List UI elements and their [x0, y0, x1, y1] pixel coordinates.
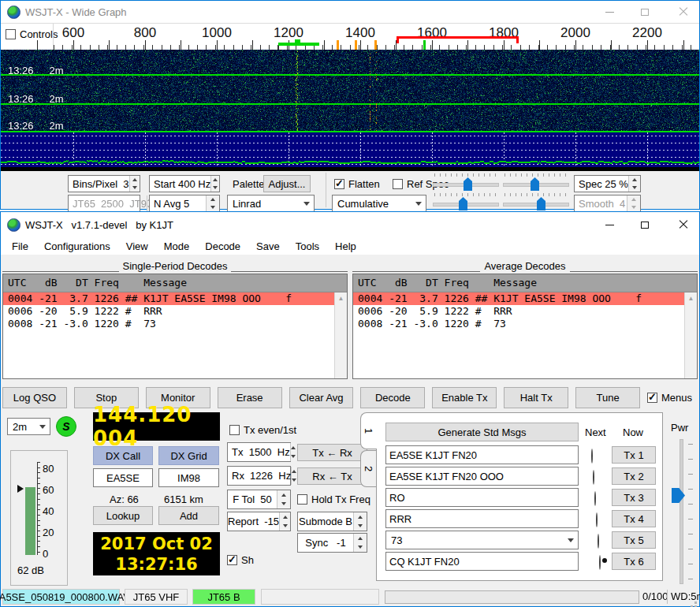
close-button[interactable]: [671, 212, 696, 237]
sh-toggle[interactable]: Sh: [227, 554, 254, 566]
dx-grid-input[interactable]: IM98: [158, 468, 219, 487]
spin-arrows[interactable]: [290, 443, 296, 461]
hold-tx-checkbox[interactable]: [297, 494, 307, 505]
clear-avg-button[interactable]: Clear Avg: [289, 387, 354, 408]
average-decodes-list[interactable]: UTC dB DT Freq Message 0004 -21 3.7 1226…: [352, 274, 698, 379]
menu-view[interactable]: View: [118, 240, 156, 252]
decode-button[interactable]: Decode: [360, 387, 425, 408]
minimize-button[interactable]: [597, 212, 622, 237]
close-button[interactable]: [671, 1, 696, 23]
n-avg-spinner[interactable]: N Avg 5: [149, 195, 220, 212]
flatten-checkbox[interactable]: [334, 179, 344, 189]
menu-configurations[interactable]: Configurations: [36, 240, 118, 252]
decode-row[interactable]: 0008 -21 -3.0 1220 # 73: [353, 318, 685, 330]
dx-call-input[interactable]: EA5SE: [93, 468, 153, 487]
ref-spec-checkbox[interactable]: [393, 179, 403, 189]
single-decodes-list[interactable]: UTC dB DT Freq Message 0004 -21 3.7 1226…: [2, 274, 348, 379]
hold-tx-toggle[interactable]: Hold Tx Freq: [297, 493, 370, 505]
start-freq-spinner[interactable]: Start 400 Hz: [149, 175, 220, 192]
tx2-message-input[interactable]: EA5SE K1JT FN20 OOO: [385, 467, 579, 486]
maximize-button[interactable]: [632, 1, 657, 23]
pwr-slider-track[interactable]: [680, 439, 683, 584]
main-titlebar[interactable]: WSJT-X v1.7.1-devel by K1JT: [1, 212, 699, 237]
report-spinner[interactable]: Report -15: [227, 512, 291, 531]
gain-slider-3[interactable]: [433, 193, 499, 210]
wide-graph-titlebar[interactable]: WSJT-X - Wide Graph: [1, 1, 699, 23]
scroll-up-icon[interactable]: ▲: [338, 295, 344, 378]
tune-button[interactable]: Tune: [575, 387, 640, 408]
spin-arrows[interactable]: [291, 467, 296, 485]
tx1-message-input[interactable]: EA5SE K1JT FN20: [385, 445, 579, 464]
menu-decode[interactable]: Decode: [197, 240, 248, 252]
slider-handle[interactable]: [537, 197, 545, 210]
menu-save[interactable]: Save: [248, 240, 288, 252]
lookup-button[interactable]: Lookup: [93, 506, 153, 525]
palette-select[interactable]: Linrad: [227, 195, 315, 212]
spin-arrows[interactable]: [353, 534, 367, 552]
rx-from-tx-button[interactable]: Rx ← Tx: [297, 467, 367, 485]
tx4-message-input[interactable]: RRR: [385, 509, 579, 528]
menus-toggle[interactable]: Menus: [647, 387, 698, 408]
tx2-next-radio[interactable]: [593, 470, 594, 485]
tx-even-checkbox[interactable]: [229, 425, 240, 435]
tx3-now-button[interactable]: Tx 3: [612, 489, 656, 506]
decode-row[interactable]: 0008 -21 -3.0 1220 # 73: [3, 318, 335, 330]
tx5-message-select[interactable]: 73: [385, 531, 579, 549]
bins-pixel-spinner[interactable]: Bins/Pixel 3: [68, 175, 140, 192]
generate-std-msgs-button[interactable]: Generate Std Msgs: [385, 423, 579, 441]
tx2-now-button[interactable]: Tx 2: [612, 467, 656, 485]
slider-handle[interactable]: [464, 177, 472, 191]
scroll-up-icon[interactable]: ▲: [688, 295, 694, 378]
spin-arrows[interactable]: [206, 196, 219, 211]
spin-arrows[interactable]: [628, 176, 640, 192]
tab-messages-2[interactable]: 2: [360, 450, 377, 487]
menu-mode[interactable]: Mode: [156, 240, 198, 252]
scrollbar[interactable]: ▲: [334, 292, 347, 378]
slider-handle[interactable]: [459, 197, 467, 210]
tx5-next-radio[interactable]: [598, 534, 599, 549]
display-mode-select[interactable]: Cumulative: [332, 195, 426, 212]
menu-file[interactable]: File: [4, 240, 36, 252]
tx-even-toggle[interactable]: Tx even/1st: [229, 424, 296, 436]
add-button[interactable]: Add: [158, 506, 219, 525]
submode-spinner[interactable]: Submode B: [297, 512, 367, 531]
spin-arrows[interactable]: [353, 512, 367, 531]
adjust-button[interactable]: Adjust...: [263, 175, 311, 192]
tx-from-rx-button[interactable]: Tx ← Rx: [297, 444, 367, 461]
spin-arrows[interactable]: [210, 176, 219, 192]
decode-row[interactable]: 0004 -21 3.7 1226 ## K1JT EA5SE IM98 OOO…: [3, 292, 335, 305]
flatten-toggle[interactable]: Flatten: [334, 178, 380, 190]
erase-button[interactable]: Erase: [218, 387, 282, 408]
log-qso-button[interactable]: Log QSO: [2, 387, 67, 408]
tx1-now-button[interactable]: Tx 1: [612, 446, 656, 464]
tx3-message-input[interactable]: RO: [385, 488, 579, 507]
sync-spinner[interactable]: Sync -1: [297, 533, 367, 553]
spectrum[interactable]: [1, 132, 699, 171]
menu-help[interactable]: Help: [327, 240, 364, 252]
minimize-button[interactable]: [597, 1, 622, 23]
spin-arrows[interactable]: [279, 512, 290, 531]
menu-tools[interactable]: Tools: [288, 240, 327, 252]
resize-grip[interactable]: [694, 601, 697, 604]
decode-row[interactable]: 0006 -20 5.9 1222 # RRR: [3, 305, 335, 318]
enable-tx-button[interactable]: Enable Tx: [432, 387, 497, 408]
menus-checkbox[interactable]: [647, 393, 657, 403]
gain-slider-2[interactable]: [503, 173, 569, 191]
tx6-message-input[interactable]: CQ K1JT FN20: [385, 552, 579, 571]
f-tol-spinner[interactable]: F Tol 50: [227, 490, 291, 509]
gain-slider-1[interactable]: [433, 173, 499, 191]
tx6-now-button[interactable]: Tx 6: [612, 553, 656, 570]
tx-freq-spinner[interactable]: Tx 1500 Hz: [227, 442, 291, 462]
spin-arrows[interactable]: [277, 490, 290, 508]
tx5-now-button[interactable]: Tx 5: [612, 531, 656, 549]
maximize-button[interactable]: [632, 212, 657, 237]
gain-slider-4[interactable]: [503, 193, 569, 210]
tx3-next-radio[interactable]: [594, 491, 596, 506]
rx-freq-spinner[interactable]: Rx 1226 Hz: [227, 466, 291, 486]
tx4-next-radio[interactable]: [596, 512, 598, 527]
controls-checkbox[interactable]: [6, 29, 16, 39]
decode-row[interactable]: 0004 -21 3.7 1226 ## K1JT EA5SE IM98 OOO…: [353, 292, 685, 305]
slider-handle[interactable]: [531, 177, 539, 191]
waterfall[interactable]: [1, 50, 699, 132]
band-select[interactable]: 2m: [7, 418, 50, 435]
